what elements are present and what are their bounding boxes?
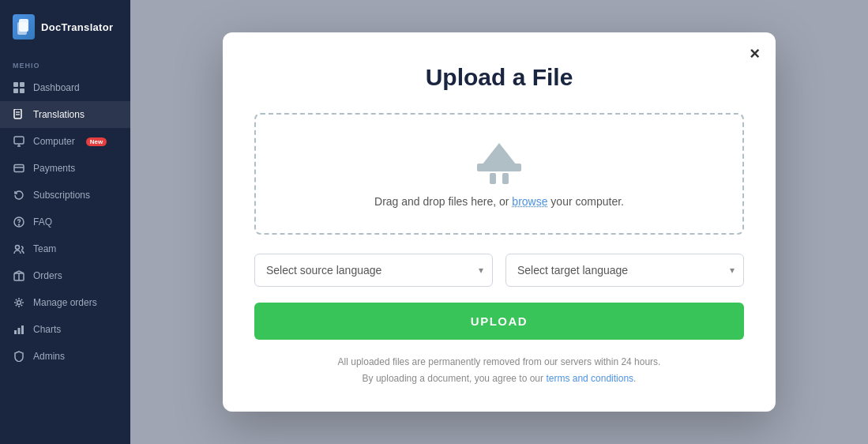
logo-text: DocTranslator [41, 21, 113, 33]
sidebar-item-charts-label: Charts [33, 324, 61, 335]
sidebar-item-manage-orders[interactable]: Manage orders [0, 289, 130, 316]
package-icon [13, 269, 25, 282]
svg-rect-20 [14, 330, 17, 334]
sidebar-item-translations[interactable]: Translations [0, 101, 130, 128]
modal-footer: All uploaded files are permanently remov… [254, 354, 744, 386]
target-language-select[interactable]: Select target languageEnglishSpanishFren… [505, 254, 744, 287]
svg-rect-4 [13, 88, 18, 93]
sidebar-item-translations-label: Translations [33, 109, 85, 120]
svg-point-15 [19, 224, 20, 225]
sidebar-item-payments-label: Payments [33, 163, 75, 174]
source-language-select[interactable]: Select source languageAuto DetectEnglish… [254, 254, 493, 287]
source-language-select-wrapper: Select source languageAuto DetectEnglish… [254, 254, 493, 287]
modal-close-button[interactable]: × [750, 45, 760, 62]
upload-modal: × Upload a File Drag and drop files here… [223, 32, 776, 412]
bar-chart-icon [13, 323, 25, 336]
svg-rect-12 [14, 165, 24, 172]
sidebar-item-computer[interactable]: Computer New [0, 128, 130, 155]
sidebar-item-orders-label: Orders [33, 270, 62, 281]
logo-icon [13, 14, 35, 40]
svg-rect-5 [20, 88, 24, 93]
footer-prefix: By uploading a document, you agree to ou… [363, 373, 547, 384]
footer-suffix: . [633, 373, 636, 384]
grid-icon [13, 81, 25, 94]
sidebar-item-faq[interactable]: FAQ [0, 209, 130, 235]
svg-rect-9 [14, 137, 24, 144]
footer-line1: All uploaded files are permanently remov… [254, 354, 744, 370]
modal-title: Upload a File [254, 64, 744, 91]
language-selection-row: Select source languageAuto DetectEnglish… [254, 254, 744, 287]
svg-rect-6 [14, 109, 21, 119]
dropzone-text-before: Drag and drop files here, or [374, 195, 512, 208]
credit-card-icon [13, 162, 25, 175]
modal-overlay: × Upload a File Drag and drop files here… [130, 0, 868, 444]
dropzone-browse-link[interactable]: browse [512, 195, 547, 208]
sidebar-item-team[interactable]: Team [0, 235, 130, 262]
svg-rect-3 [20, 82, 24, 87]
svg-rect-2 [13, 82, 18, 87]
sidebar-item-faq-label: FAQ [33, 216, 52, 228]
settings-icon [13, 296, 25, 309]
svg-rect-21 [18, 328, 21, 334]
sidebar-item-admins[interactable]: Admins [0, 343, 130, 370]
main-content: × Upload a File Drag and drop files here… [130, 0, 868, 444]
sidebar-item-subscriptions-label: Subscriptions [33, 190, 90, 201]
sidebar-item-computer-label: Computer [33, 136, 75, 147]
sidebar-item-subscriptions[interactable]: Subscriptions [0, 182, 130, 209]
upload-icon [477, 143, 521, 184]
dropzone-text-after: your computer. [547, 195, 624, 208]
sidebar-item-team-label: Team [33, 243, 56, 254]
upload-feet-icon [490, 173, 509, 184]
help-circle-icon [13, 216, 25, 228]
sidebar-logo: DocTranslator [0, 0, 130, 55]
sidebar-item-charts[interactable]: Charts [0, 316, 130, 343]
footer-line2: By uploading a document, you agree to ou… [254, 371, 744, 386]
users-icon [13, 243, 25, 255]
sidebar: DocTranslator МЕНIO Dashboard Translatio… [0, 0, 130, 444]
upload-base-icon [477, 164, 521, 171]
terms-link[interactable]: terms and conditions [546, 373, 633, 384]
refresh-icon [13, 189, 25, 201]
monitor-icon [13, 135, 25, 148]
upload-foot-left [490, 173, 496, 184]
sidebar-item-payments[interactable]: Payments [0, 155, 130, 182]
file-text-icon [13, 108, 25, 121]
new-badge: New [86, 137, 107, 146]
upload-foot-right [502, 173, 509, 184]
sidebar-item-dashboard-label: Dashboard [33, 82, 80, 93]
upload-button[interactable]: UPLOAD [254, 303, 744, 340]
upload-arrow-icon [482, 143, 517, 165]
menu-label: МЕНIO [0, 55, 130, 74]
target-language-select-wrapper: Select target languageEnglishSpanishFren… [505, 254, 744, 287]
sidebar-item-orders[interactable]: Orders [0, 262, 130, 289]
svg-rect-22 [21, 325, 24, 334]
shield-icon [13, 350, 25, 363]
dropzone-text: Drag and drop files here, or browse your… [374, 195, 624, 208]
sidebar-item-manage-orders-label: Manage orders [33, 297, 97, 308]
svg-point-16 [16, 246, 20, 250]
sidebar-item-admins-label: Admins [33, 351, 65, 362]
file-dropzone[interactable]: Drag and drop files here, or browse your… [254, 113, 744, 235]
svg-point-19 [17, 301, 21, 305]
sidebar-item-dashboard[interactable]: Dashboard [0, 74, 130, 101]
svg-rect-1 [17, 22, 27, 35]
